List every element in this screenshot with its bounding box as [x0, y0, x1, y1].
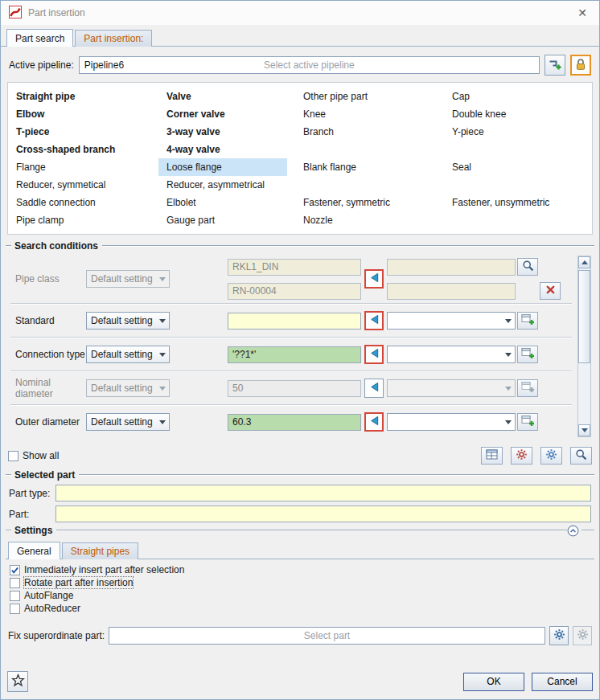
- active-pipeline-label: Active pipeline:: [9, 59, 74, 71]
- new-pipeline-button[interactable]: [545, 55, 565, 76]
- settings-checkbox[interactable]: [10, 591, 20, 601]
- part-type-item[interactable]: Cap: [444, 88, 584, 105]
- settings-checkbox-label[interactable]: AutoFlange: [24, 590, 73, 601]
- value-select-combo[interactable]: [387, 312, 516, 330]
- search-scrollbar[interactable]: [577, 256, 591, 437]
- scroll-up-button[interactable]: [578, 256, 590, 268]
- collapse-settings-button[interactable]: [567, 525, 579, 537]
- add-condition-button[interactable]: [517, 413, 538, 431]
- gear-blue-icon: [545, 448, 557, 463]
- search-value-field[interactable]: '??1*': [228, 346, 361, 363]
- part-type-item[interactable]: Straight pipe: [8, 88, 150, 105]
- tab-general[interactable]: General: [8, 542, 60, 559]
- tab-part-search[interactable]: Part search: [6, 29, 73, 47]
- cancel-button[interactable]: Cancel: [532, 673, 593, 691]
- part-type-item[interactable]: Elbow: [8, 105, 150, 123]
- group-line: [56, 530, 567, 531]
- group-line: [102, 245, 594, 247]
- part-type-item[interactable]: Seal: [444, 158, 584, 176]
- value-select-combo[interactable]: [387, 413, 516, 431]
- settings-panel: Immediately insert part after selection …: [6, 559, 594, 666]
- part-type-item[interactable]: Double knee: [444, 105, 584, 123]
- default-setting-combo[interactable]: Default setting: [86, 346, 170, 363]
- settings-checkbox-label[interactable]: AutoReducer: [24, 603, 80, 614]
- settings-group: Settings General Straight pipes Immediat…: [6, 525, 594, 666]
- transfer-left-button[interactable]: [364, 311, 384, 330]
- gear-blue-icon: [553, 628, 565, 643]
- part-type-item[interactable]: Fastener, symmetric: [295, 194, 436, 211]
- run-search-button[interactable]: [570, 447, 592, 465]
- fix-part-gear-disabled-button: [573, 626, 592, 645]
- settings-checkbox-label[interactable]: Immediately insert part after selection: [24, 564, 184, 575]
- transfer-left-button[interactable]: [364, 345, 384, 364]
- search-value-field[interactable]: [228, 313, 361, 330]
- fix-part-gear-button[interactable]: [549, 626, 569, 645]
- close-icon[interactable]: ✕: [573, 5, 591, 21]
- part-type-item[interactable]: Valve: [158, 88, 287, 105]
- row-separator: [10, 337, 572, 338]
- part-field[interactable]: [55, 506, 591, 522]
- part-type-item[interactable]: Nozzle: [295, 211, 436, 229]
- value-select-combo[interactable]: [387, 346, 516, 363]
- transfer-left-button[interactable]: [364, 269, 384, 289]
- part-type-item[interactable]: Branch: [295, 123, 436, 141]
- part-type-item[interactable]: Y-piece: [444, 123, 584, 141]
- default-setting-combo[interactable]: Default setting: [86, 312, 170, 330]
- part-type-item[interactable]: Blank flange: [295, 158, 436, 176]
- table-settings-button[interactable]: [481, 447, 503, 465]
- transfer-left-button[interactable]: [364, 379, 384, 398]
- active-pipeline-input[interactable]: Select active pipeline Pipeline6: [79, 56, 540, 74]
- gear-red-icon: [516, 448, 528, 463]
- favorites-button[interactable]: [7, 671, 28, 692]
- clear-pipe-class-button[interactable]: [540, 282, 561, 300]
- part-type-item[interactable]: Knee: [295, 105, 436, 123]
- lock-pipeline-button[interactable]: [570, 55, 591, 76]
- scrollbar-thumb[interactable]: [578, 270, 590, 363]
- ok-button[interactable]: OK: [463, 673, 524, 691]
- part-type-item[interactable]: Saddle connection: [8, 194, 150, 211]
- tab-straight-pipes[interactable]: Straight pipes: [62, 542, 138, 559]
- part-type-item[interactable]: Elbolet: [158, 194, 287, 211]
- add-condition-button: [517, 379, 538, 397]
- settings-checkbox[interactable]: [10, 565, 20, 575]
- default-setting-combo[interactable]: Default setting: [86, 413, 170, 431]
- part-type-item[interactable]: T-piece: [8, 123, 150, 141]
- part-type-item[interactable]: Reducer, asymmetrical: [158, 176, 287, 194]
- part-grid-empty-cell: [444, 176, 584, 194]
- part-type-item[interactable]: Fastener, unsymmetric: [444, 194, 584, 211]
- part-type-item[interactable]: Corner valve: [158, 105, 287, 123]
- selected-part-title: Selected part: [14, 469, 75, 481]
- titlebar: Part insertion ✕: [1, 1, 599, 25]
- catalog-search-button[interactable]: [517, 258, 538, 276]
- blue-left-arrow-icon: [369, 314, 380, 327]
- part-type-item[interactable]: 4-way valve: [158, 141, 287, 158]
- part-type-item[interactable]: Pipe clamp: [8, 211, 150, 229]
- settings-gear-red-button[interactable]: [511, 447, 532, 465]
- add-condition-button[interactable]: [517, 346, 538, 363]
- part-type-item[interactable]: Reducer, symmetical: [8, 176, 150, 194]
- show-all-checkbox[interactable]: [8, 451, 18, 461]
- part-type-item[interactable]: Loose flange: [158, 158, 287, 176]
- fix-superordinate-input[interactable]: Select part: [109, 627, 545, 645]
- part-type-item[interactable]: Cross-shaped branch: [8, 141, 150, 158]
- part-type-item[interactable]: Other pipe part: [295, 88, 436, 105]
- part-type-item[interactable]: Gauge part: [158, 211, 287, 229]
- settings-checkbox[interactable]: [10, 604, 20, 614]
- row-label: Pipe class: [10, 273, 86, 285]
- scrollbar-track[interactable]: [578, 268, 590, 424]
- add-condition-button[interactable]: [517, 312, 538, 330]
- search-conditions-group: Search conditions Pipe class Default set…: [6, 240, 594, 441]
- lock-icon: [575, 58, 586, 73]
- part-type-field[interactable]: [55, 485, 591, 501]
- settings-gear-blue-button[interactable]: [540, 447, 562, 465]
- transfer-left-button[interactable]: [364, 412, 384, 432]
- settings-checkbox-label[interactable]: Rotate part after insertion: [24, 577, 133, 588]
- part-type-item[interactable]: 3-way valve: [158, 123, 287, 141]
- settings-checkbox[interactable]: [10, 578, 20, 588]
- part-type-item[interactable]: Flange: [8, 158, 150, 176]
- search-conditions-body: Pipe class Default setting RKL1_DINRN-00…: [6, 252, 594, 441]
- tab-part-insertion[interactable]: Part insertion:: [75, 30, 152, 47]
- search-value-field[interactable]: 60.3: [228, 414, 361, 431]
- scroll-down-button[interactable]: [578, 424, 590, 436]
- new-pipeline-icon: [549, 58, 562, 73]
